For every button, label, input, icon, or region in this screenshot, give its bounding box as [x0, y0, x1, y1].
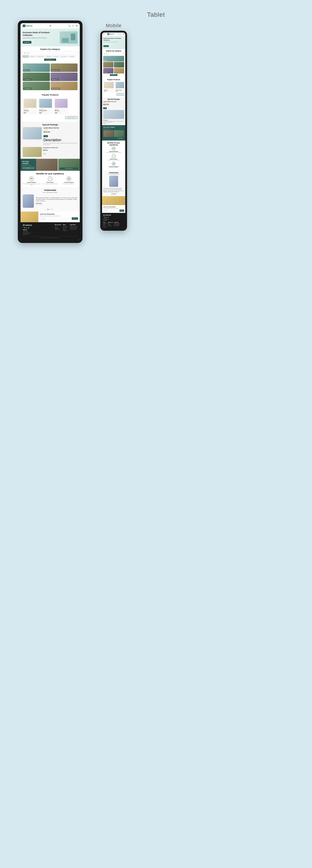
tablet-subscribe-btn[interactable]: Subscribe: [72, 217, 78, 220]
mobile-explore-rooms-btn[interactable]: Explore All Rooms: [117, 137, 124, 139]
tablet-footer-shipping[interactable]: Shipping & Delivery: [70, 226, 78, 227]
mobile-instagram-icon[interactable]: 📷: [104, 216, 106, 218]
tablet-footer-signin[interactable]: Sign in: [55, 226, 61, 227]
mobile-footer-dining-link[interactable]: Dining Room: [103, 226, 107, 227]
mobile-creation-subtitle: Designed in our studio: [104, 129, 124, 130]
mobile-facebook-icon[interactable]: f: [103, 216, 104, 218]
mobile-creation-img2: [114, 130, 124, 137]
tablet-footer-dining[interactable]: Dining Room: [63, 230, 68, 231]
tablet-footer-privacy[interactable]: Privacy & Policy: [70, 229, 78, 230]
tablet-tag-bedroom[interactable]: Bedroom: [23, 56, 29, 57]
tablet-newsletter-image: [21, 212, 38, 222]
tablet-tag-dining[interactable]: Dining Room: [29, 56, 36, 57]
tablet-search-icon[interactable]: 🔍: [68, 25, 70, 27]
tablet-email-input[interactable]: [40, 217, 71, 220]
tablet-product-2[interactable]: ★★★★☆ Premium Sofa Modern style $145: [38, 98, 53, 115]
mobile-footer-signin[interactable]: Sign in: [108, 223, 113, 224]
mobile-footer-bedroom-link[interactable]: Bedroom: [103, 224, 107, 225]
tablet-brand-name: INWOOD: [26, 25, 32, 27]
tablet-all-categories-btn[interactable]: All Categories ▼: [44, 59, 56, 61]
tablet-benefit-support-title: Customer Support: [60, 182, 78, 183]
tablet-special-info: Larkin Wood Full Set ★★★★★ $229.99 + Add…: [44, 127, 78, 146]
mobile-special-add-btn[interactable]: + Add: [103, 107, 107, 109]
mobile-footer-shipping[interactable]: Shipping & Delivery: [114, 223, 120, 224]
mobile-footer-terms[interactable]: Terms & Conditions: [114, 224, 120, 225]
tablet-testimonials-title: Testimonials: [23, 189, 78, 191]
mobile-search-bar[interactable]: 🔍 Search ☰: [103, 53, 124, 55]
tablet-footer-returns[interactable]: Returns: [63, 229, 68, 230]
tablet-special-price: $229.99: [44, 131, 78, 133]
mobile-menu-icon[interactable]: ☰: [103, 33, 104, 35]
tablet-footer-all-products[interactable]: All Products: [63, 226, 68, 227]
mobile-footer-all-products[interactable]: All Products: [103, 223, 107, 224]
tablet-explore-rooms-btn[interactable]: Explore All Rooms: [59, 167, 79, 169]
mobile-cat-dining[interactable]: Dining: [103, 62, 113, 67]
mobile-all-categories-btn[interactable]: All Categories ▼: [110, 74, 117, 76]
tablet-logo-icon: W: [23, 25, 25, 27]
mobile-hamburger-icon[interactable]: ☰: [122, 53, 123, 55]
mobile-cat-bedroom[interactable]: Bedroom: [103, 56, 124, 61]
tablet-cat-dining[interactable]: Dining Room: [51, 63, 78, 72]
mobile-hero-cta[interactable]: Shop Now: [104, 45, 109, 47]
mobile-cat-workspace[interactable]: Workspace: [103, 68, 113, 73]
mobile-settings-icon[interactable]: ⚙: [123, 33, 124, 35]
tablet-benefits-title: Benefits for your expediency: [23, 173, 78, 175]
mobile-footer-orders[interactable]: Order history: [108, 225, 113, 226]
tablet-twitter-icon[interactable]: 🐦: [28, 227, 29, 228]
mobile-explore-all-btn[interactable]: Explore all items: [117, 93, 124, 96]
tablet-cat-livingroom[interactable]: Living Room: [23, 82, 50, 90]
tablet-hero-content: Exclusive Deals of Furniture Collection …: [23, 31, 60, 44]
tablet-footer-bedroom[interactable]: Bedroom: [63, 227, 68, 228]
tablet-tag-workspace[interactable]: Workspace: [45, 56, 52, 57]
tablet-tag-kitchen[interactable]: Room Kitchen: [60, 56, 68, 57]
mobile-youtube-icon[interactable]: ▶: [106, 216, 107, 218]
tablet-cat-workspace[interactable]: Workspace: [51, 72, 78, 81]
tablet-tag-livingspace[interactable]: Living Space: [68, 56, 76, 57]
tablet-dot-2[interactable]: [49, 209, 50, 210]
mobile-explore-rooms-wrapper: Explore All Rooms: [104, 137, 124, 139]
tablet-testimonial-quote: "My experience with Mark is a complete l…: [36, 197, 78, 202]
mobile-subscribe-btn[interactable]: Subscribe: [119, 210, 124, 212]
tablet-explore-all-btn[interactable]: Explore all items: [65, 116, 78, 119]
mobile-cart-icon[interactable]: 🛒: [120, 33, 122, 35]
mobile-cat-living[interactable]: Living: [114, 62, 124, 67]
tablet-search-bar[interactable]: 🔍 Search: [23, 52, 78, 54]
mobile-twitter-icon[interactable]: 🐦: [108, 216, 109, 218]
tablet-creation-img2-content: Explore All Rooms: [58, 159, 80, 171]
mobile-search-icon[interactable]: 🔍: [117, 33, 119, 35]
tablet-product-1[interactable]: ★★★★☆ Armchair Light Dark Red $142: [23, 98, 37, 115]
tablet-footer-orders[interactable]: Order history: [55, 229, 61, 230]
tablet-dot-4[interactable]: [52, 209, 53, 210]
tablet-hero-cta[interactable]: Shop Now: [23, 41, 31, 44]
tablet-creation-title: Our Own Creation: [22, 160, 34, 164]
mobile-testimonial-avatar: [109, 176, 118, 187]
tablet-footer-register[interactable]: Register: [55, 227, 61, 228]
tablet-dot-3[interactable]: [51, 209, 52, 210]
tablet-cat-bedroom[interactable]: Bedroom: [23, 63, 50, 72]
tablet-dot-1[interactable]: [48, 209, 48, 210]
mobile-product-1[interactable]: ★★★★☆ Armchair $142: [103, 81, 114, 93]
mobile-footer-returns-link[interactable]: Returns: [103, 225, 107, 226]
tablet-footer-terms[interactable]: Terms & Conditions: [70, 227, 78, 228]
mobile-product-2[interactable]: ★★★★☆ Premium Sofa $145: [115, 81, 124, 93]
mobile-email-input[interactable]: [103, 210, 119, 212]
tablet-youtube-icon[interactable]: ▶: [26, 227, 27, 228]
tablet-footer-logo-icon: W: [23, 224, 25, 226]
tablet-product-3[interactable]: ★★★★☆ Minimal Modern style $145: [54, 98, 68, 115]
tablet-cat-living[interactable]: Living Room: [23, 72, 50, 81]
tablet-instagram-icon[interactable]: 📷: [24, 227, 25, 228]
tablet-cat-kitchen[interactable]: Room Kitchen: [51, 82, 78, 90]
tablet-settings-icon[interactable]: ⚙: [76, 25, 78, 27]
tablet-facebook-icon[interactable]: f: [23, 227, 23, 228]
tablet-menu-icon[interactable]: ☰: [50, 25, 51, 27]
mobile-see-more[interactable]: See More ▼: [103, 123, 124, 124]
mobile-footer-privacy[interactable]: Privacy & Policy: [114, 225, 120, 226]
mobile-creation-section: Our Own Creation Designed in our studio …: [102, 125, 125, 141]
mobile-footer-register[interactable]: Register: [108, 224, 113, 225]
mobile-cat-kitchen[interactable]: Kitchen: [114, 68, 124, 73]
tablet-tag-meeting[interactable]: Meeting Room: [37, 56, 45, 57]
tablet-tag-living[interactable]: Living Room: [52, 56, 59, 57]
tablet-cart-icon[interactable]: 🛒: [72, 25, 75, 27]
tablet-special-add-btn[interactable]: + Add: [44, 135, 48, 137]
tablet-creation-show-btn[interactable]: Show: [22, 167, 34, 169]
